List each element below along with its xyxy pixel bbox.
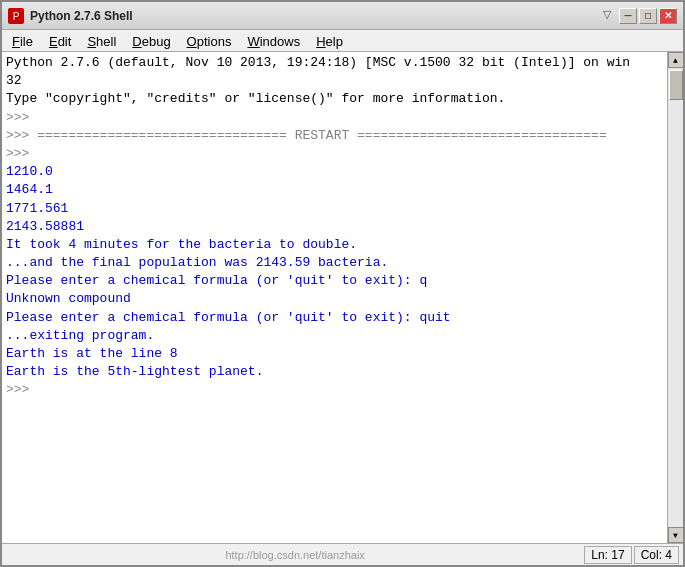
close-button[interactable]: ✕ (659, 8, 677, 24)
line-11: It took 4 minutes for the bacteria to do… (6, 236, 663, 254)
scroll-up-arrow[interactable]: ▲ (668, 52, 684, 68)
line-7: 1210.0 (6, 163, 663, 181)
terminal[interactable]: Python 2.7.6 (default, Nov 10 2013, 19:2… (2, 52, 667, 543)
window-title: Python 2.7.6 Shell (30, 9, 603, 23)
line-9: 1771.561 (6, 200, 663, 218)
line-3: Type "copyright", "credits" or "license(… (6, 90, 663, 108)
line-1: Python 2.7.6 (default, Nov 10 2013, 19:2… (6, 54, 663, 72)
main-window: P Python 2.7.6 Shell ▽ ─ □ ✕ File Edit S… (0, 0, 685, 567)
title-bar: P Python 2.7.6 Shell ▽ ─ □ ✕ (2, 2, 683, 30)
menu-file[interactable]: File (4, 32, 41, 51)
menu-windows[interactable]: Windows (239, 32, 308, 51)
menu-shell[interactable]: Shell (79, 32, 124, 51)
menu-help[interactable]: Help (308, 32, 351, 51)
menu-options[interactable]: Options (179, 32, 240, 51)
line-6: >>> (6, 145, 663, 163)
watermark-text: http://blog.csdn.net/tianzhaix (6, 549, 584, 561)
line-15: Please enter a chemical formula (or 'qui… (6, 309, 663, 327)
scroll-track[interactable] (668, 68, 683, 527)
maximize-button[interactable]: □ (639, 8, 657, 24)
col-number: Col: 4 (634, 546, 679, 564)
scrollbar[interactable]: ▲ ▼ (667, 52, 683, 543)
status-bar: http://blog.csdn.net/tianzhaix Ln: 17 Co… (2, 543, 683, 565)
line-13: Please enter a chemical formula (or 'qui… (6, 272, 663, 290)
line-8: 1464.1 (6, 181, 663, 199)
status-right: Ln: 17 Col: 4 (584, 546, 679, 564)
scroll-thumb[interactable] (669, 70, 683, 100)
window-controls: ▽ ─ □ ✕ (603, 8, 677, 24)
line-10: 2143.58881 (6, 218, 663, 236)
app-icon: P (8, 8, 24, 24)
minimize-button[interactable]: ─ (619, 8, 637, 24)
menu-edit[interactable]: Edit (41, 32, 79, 51)
line-19: >>> (6, 381, 663, 399)
line-17: Earth is at the line 8 (6, 345, 663, 363)
line-5: >>> ================================ RES… (6, 127, 663, 145)
menu-debug[interactable]: Debug (124, 32, 178, 51)
line-16: ...exiting program. (6, 327, 663, 345)
line-14: Unknown compound (6, 290, 663, 308)
line-2: 32 (6, 72, 663, 90)
svg-text:P: P (13, 11, 20, 22)
line-4: >>> (6, 109, 663, 127)
line-12: ...and the final population was 2143.59 … (6, 254, 663, 272)
line-number: Ln: 17 (584, 546, 631, 564)
shell-content: Python 2.7.6 (default, Nov 10 2013, 19:2… (2, 52, 683, 543)
scroll-down-arrow[interactable]: ▼ (668, 527, 684, 543)
line-18: Earth is the 5th-lightest planet. (6, 363, 663, 381)
menu-bar: File Edit Shell Debug Options Windows He… (2, 30, 683, 52)
